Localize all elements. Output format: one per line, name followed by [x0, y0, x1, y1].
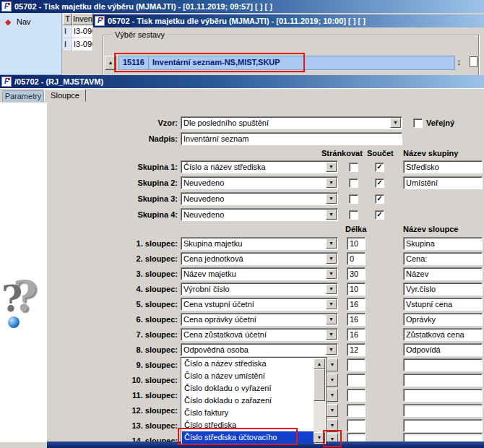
column-name-field[interactable]	[403, 358, 483, 371]
column-combo[interactable]: Název majetku▼	[181, 267, 338, 280]
chevron-down-icon[interactable]: ▼	[326, 254, 337, 264]
list-item[interactable]: Číslo faktury	[182, 407, 314, 419]
list-item-selected[interactable]: Číslo střediska účtovacího	[182, 431, 314, 444]
column-name-field[interactable]	[403, 419, 483, 432]
strankovat-checkbox[interactable]	[349, 178, 358, 188]
updown-arrow-icon[interactable]: ↕	[457, 56, 462, 67]
soucet-checkbox[interactable]: ✓	[375, 194, 384, 204]
length-field[interactable]	[347, 358, 366, 371]
app-icon[interactable]: F	[95, 16, 105, 26]
group-name-field[interactable]: Umístění	[403, 176, 483, 189]
nadpis-field[interactable]: Inventární seznam	[181, 132, 402, 145]
list-item[interactable]: Číslo a název střediska	[182, 358, 314, 370]
length-field[interactable]: 16	[347, 328, 366, 341]
column-combo[interactable]: Skupina majetku▼	[181, 237, 338, 250]
column-combo[interactable]: Cena vstupní účetní▼	[181, 298, 338, 311]
report-window-titlebar[interactable]: F 05702 - Tisk majetku dle výběru (MJMAJ…	[93, 14, 484, 27]
tab-parametry[interactable]: Parametry	[2, 90, 44, 102]
column-name-field[interactable]: Cena:	[403, 252, 483, 265]
scroll-down-icon[interactable]: ▼	[314, 432, 325, 443]
column-combo[interactable]: Cena zůstatková účetní▼	[181, 328, 338, 341]
vzor-combo[interactable]: Dle posledního spuštění ▼	[181, 116, 402, 129]
length-field[interactable]: 10	[347, 283, 366, 296]
list-item[interactable]: Číslo dokladu o vyřazení	[182, 382, 314, 395]
soucet-checkbox[interactable]: ✓	[375, 178, 384, 188]
group-combo[interactable]: Číslo a název střediska▼	[181, 160, 338, 173]
length-field[interactable]: 10	[347, 237, 366, 250]
chevron-down-icon[interactable]: ▼	[326, 314, 337, 324]
scroll-up-icon[interactable]: ▲	[314, 358, 325, 369]
column-name-field[interactable]: Vyr.číslo	[403, 283, 483, 296]
list-item[interactable]: Číslo dokladu o zařazení	[182, 395, 314, 407]
chevron-down-icon[interactable]: ▼	[326, 345, 337, 355]
list-scrollbar[interactable]: ▲ ▼	[314, 358, 325, 443]
help-question-icon[interactable]: ? ?	[1, 272, 46, 333]
group-combo[interactable]: Neuvedeno▼	[181, 192, 338, 205]
chevron-down-icon[interactable]: ▼	[327, 389, 338, 402]
column-name-field[interactable]: Název	[403, 267, 483, 280]
background-window-titlebar[interactable]: F 05702 - Tisk majetku dle výběru (MJMAJ…	[0, 0, 484, 13]
column-name-field[interactable]: Vstupní cena	[403, 298, 483, 311]
chevron-down-icon[interactable]: ▼	[326, 178, 337, 188]
column-name-field[interactable]: Odpovídá	[403, 343, 483, 356]
length-field[interactable]	[347, 389, 366, 402]
list-item[interactable]: Číslo a název umístění	[182, 370, 314, 382]
document-icon[interactable]	[470, 56, 477, 67]
column-name-field[interactable]	[403, 389, 483, 402]
strankovat-checkbox[interactable]	[349, 210, 358, 220]
chevron-down-icon[interactable]: ▼	[326, 162, 337, 172]
length-field[interactable]	[347, 404, 366, 417]
chevron-down-icon[interactable]: ▼	[390, 118, 401, 128]
column-name-field[interactable]: Oprávky	[403, 313, 483, 326]
length-field[interactable]	[347, 374, 366, 387]
strankovat-checkbox[interactable]	[349, 194, 358, 204]
grid-cell-type[interactable]: I	[63, 25, 72, 38]
length-field[interactable]: 0	[347, 252, 366, 265]
strankovat-checkbox[interactable]	[349, 163, 358, 172]
grid-cell-value[interactable]: I3-0900	[72, 25, 93, 38]
chevron-down-icon[interactable]: ▼	[326, 210, 337, 220]
column-combo[interactable]: Cena jednotková▼	[181, 252, 338, 265]
grid-cell-type[interactable]: I	[63, 38, 72, 51]
main-window-titlebar[interactable]: F /05702 - (RJ_MJSTAVM)	[0, 75, 484, 88]
length-field[interactable]: 12	[347, 343, 366, 356]
grid-header-type[interactable]: T	[63, 13, 72, 25]
chevron-down-icon[interactable]: ▼	[327, 419, 338, 432]
app-icon[interactable]: F	[1, 1, 12, 12]
chevron-down-icon[interactable]: ▼	[326, 194, 337, 204]
column-name-field[interactable]	[403, 404, 483, 417]
group-combo[interactable]: Neuvedeno▼	[181, 176, 338, 189]
tab-sloupce[interactable]: Sloupce	[44, 89, 86, 102]
column-name-field[interactable]: Zůstatková cena	[403, 328, 483, 341]
scrollbar-thumb[interactable]	[314, 369, 325, 401]
list-item[interactable]: Číslo střediska	[182, 419, 314, 431]
grid-header-invent[interactable]: Invent	[72, 13, 93, 25]
chevron-down-icon[interactable]: ▼	[327, 358, 338, 371]
selected-report-row[interactable]: 15116 Inventární seznam-NS,MIST,SKUP	[118, 56, 455, 70]
chevron-down-icon[interactable]: ▼	[327, 404, 338, 417]
soucet-checkbox[interactable]: ✓	[375, 163, 384, 172]
app-icon[interactable]: F	[1, 77, 12, 87]
column-combo[interactable]: Cena oprávky účetní▼	[181, 313, 338, 326]
length-field[interactable]: 16	[347, 313, 366, 326]
verejny-checkbox[interactable]	[413, 119, 423, 128]
chevron-down-icon[interactable]: ▼	[326, 299, 337, 309]
length-field[interactable]: 30	[347, 267, 366, 280]
chevron-down-icon[interactable]: ▼	[326, 284, 337, 294]
column-combo[interactable]: Výrobní číslo▼	[181, 283, 338, 296]
report-up-button[interactable]: ▲	[105, 56, 116, 70]
group-name-field[interactable]: Středisko	[403, 160, 483, 173]
length-field[interactable]: 16	[347, 298, 366, 311]
soucet-checkbox[interactable]: ✓	[375, 210, 384, 220]
chevron-down-icon[interactable]: ▼	[326, 269, 337, 279]
column-name-field[interactable]	[403, 374, 483, 387]
chevron-down-icon[interactable]: ▼	[327, 374, 338, 387]
nav-label[interactable]: Nav	[17, 17, 31, 26]
chevron-down-icon[interactable]: ▼	[326, 238, 337, 249]
chevron-down-icon[interactable]: ▼	[326, 329, 337, 340]
group-combo[interactable]: Neuvedeno▼	[181, 208, 338, 221]
length-field[interactable]	[347, 419, 366, 432]
column-combo[interactable]: Odpovědná osoba▼	[181, 343, 338, 356]
grid-cell-value[interactable]: I3-0900	[72, 38, 93, 51]
column-name-field[interactable]: Skupina	[403, 237, 483, 250]
